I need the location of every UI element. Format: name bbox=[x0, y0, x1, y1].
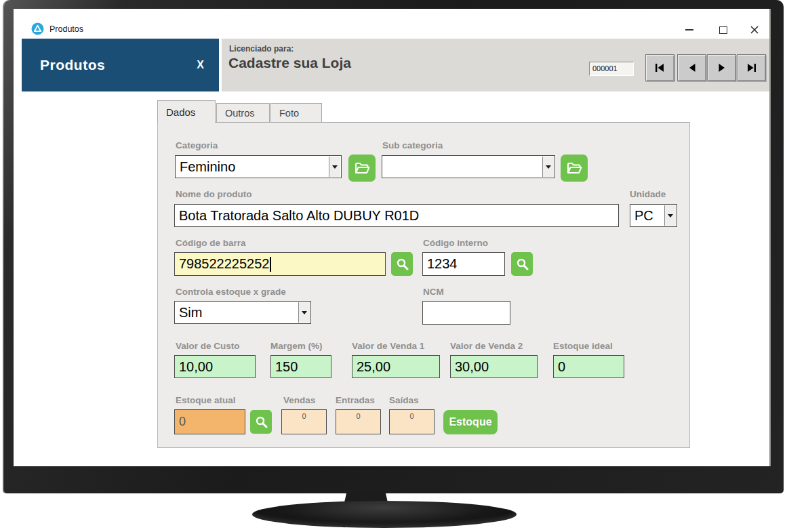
maximize-icon bbox=[719, 26, 727, 34]
chevron-down-icon bbox=[332, 165, 338, 169]
unidade-dropdown-button[interactable] bbox=[664, 205, 676, 226]
tab-outros-label: Outros bbox=[225, 108, 255, 119]
sub-categoria-label: Sub categoria bbox=[382, 140, 443, 150]
tab-foto[interactable]: Foto bbox=[270, 103, 322, 123]
folder-icon bbox=[567, 162, 582, 174]
sub-categoria-combobox[interactable] bbox=[382, 155, 555, 178]
codigo-barra-field[interactable]: 798522225252 bbox=[174, 252, 386, 276]
close-icon bbox=[750, 25, 759, 35]
maximize-button[interactable] bbox=[714, 22, 732, 37]
valor-venda2-label: Valor de Venda 2 bbox=[450, 341, 523, 351]
record-number-field[interactable]: 000001 bbox=[589, 62, 634, 76]
search-icon bbox=[516, 258, 529, 270]
vendas-label: Vendas bbox=[283, 395, 315, 405]
tab-outros[interactable]: Outros bbox=[216, 103, 270, 123]
categoria-combobox[interactable]: Feminino bbox=[175, 155, 342, 178]
estoque-button[interactable]: Estoque bbox=[443, 410, 498, 434]
unidade-label: Unidade bbox=[630, 189, 666, 199]
minimize-button[interactable] bbox=[681, 22, 698, 37]
module-header: Produtos X bbox=[22, 39, 219, 91]
unidade-value: PC bbox=[634, 208, 653, 224]
tab-foto-label: Foto bbox=[279, 108, 299, 119]
tab-dados[interactable]: Dados bbox=[157, 100, 216, 123]
controla-estoque-label: Controla estoque x grade bbox=[176, 287, 286, 297]
unidade-combobox[interactable]: PC bbox=[630, 204, 677, 227]
nome-produto-label: Nome do produto bbox=[176, 189, 251, 199]
ncm-label: NCM bbox=[423, 287, 444, 297]
nav-next-button[interactable] bbox=[707, 54, 736, 81]
licensed-name: Cadastre sua Loja bbox=[228, 55, 351, 71]
monitor-stand-base bbox=[252, 501, 517, 528]
licensed-for-label: Licenciado para: bbox=[229, 44, 294, 54]
controla-estoque-value: Sim bbox=[179, 305, 202, 321]
entradas-label: Entradas bbox=[336, 395, 375, 405]
categoria-dropdown-button[interactable] bbox=[329, 157, 340, 177]
valor-custo-label: Valor de Custo bbox=[176, 341, 240, 351]
valor-venda1-field[interactable]: 25,00 bbox=[352, 355, 440, 378]
ncm-field[interactable] bbox=[422, 301, 510, 325]
valor-venda1-label: Valor de Venda 1 bbox=[352, 341, 424, 351]
nav-last-button[interactable] bbox=[737, 54, 766, 81]
dados-tab-panel: Categoria Feminino Sub categoria bbox=[157, 122, 690, 448]
codigo-interno-search-button[interactable] bbox=[511, 252, 533, 276]
app-icon bbox=[31, 22, 44, 35]
vendas-field[interactable]: 0 bbox=[281, 409, 327, 434]
module-title: Produtos bbox=[40, 57, 105, 73]
text-caret bbox=[270, 257, 271, 272]
chevron-down-icon bbox=[302, 311, 307, 314]
codigo-barra-value: 798522225252 bbox=[179, 256, 269, 272]
nav-previous-button[interactable] bbox=[677, 54, 706, 81]
search-icon bbox=[255, 415, 268, 428]
app-window: Produtos Produtos X Licenciado para: Cad… bbox=[14, 9, 771, 466]
tab-dados-label: Dados bbox=[166, 106, 195, 118]
window-title: Produtos bbox=[49, 24, 83, 34]
nav-next-icon bbox=[718, 63, 726, 73]
controla-estoque-combobox[interactable]: Sim bbox=[174, 301, 311, 324]
sub-categoria-dropdown-button[interactable] bbox=[542, 157, 554, 177]
estoque-atual-field[interactable]: 0 bbox=[174, 409, 245, 434]
categoria-value: Feminino bbox=[180, 159, 235, 175]
folder-icon bbox=[355, 162, 370, 174]
nome-produto-field[interactable]: Bota Tratorada Salto Alto DUBUY R01D bbox=[174, 204, 619, 227]
estoque-atual-search-button[interactable] bbox=[250, 410, 272, 434]
nav-previous-icon bbox=[688, 63, 696, 73]
sub-categoria-folder-button[interactable] bbox=[561, 155, 588, 182]
nav-last-icon bbox=[746, 63, 756, 73]
estoque-ideal-field[interactable]: 0 bbox=[553, 355, 624, 378]
estoque-ideal-label: Estoque ideal bbox=[553, 341, 613, 351]
codigo-barra-search-button[interactable] bbox=[391, 252, 413, 276]
categoria-label: Categoria bbox=[176, 140, 218, 150]
codigo-barra-label: Código de barra bbox=[176, 238, 246, 248]
valor-custo-field[interactable]: 10,00 bbox=[174, 355, 256, 378]
chevron-down-icon bbox=[546, 165, 551, 169]
estoque-atual-label: Estoque atual bbox=[176, 395, 236, 405]
chevron-down-icon bbox=[668, 214, 673, 218]
nav-first-icon bbox=[655, 63, 665, 73]
nav-first-button[interactable] bbox=[645, 54, 674, 81]
valor-venda2-field[interactable]: 30,00 bbox=[450, 355, 538, 378]
categoria-folder-button[interactable] bbox=[348, 155, 376, 182]
saidas-field[interactable]: 0 bbox=[389, 409, 435, 434]
search-icon bbox=[396, 258, 409, 270]
minimize-icon bbox=[685, 29, 693, 30]
entradas-field[interactable]: 0 bbox=[336, 409, 381, 434]
codigo-interno-label: Código interno bbox=[423, 238, 488, 248]
controla-estoque-dropdown-button[interactable] bbox=[298, 302, 310, 323]
close-button[interactable] bbox=[746, 22, 763, 37]
codigo-interno-field[interactable]: 1234 bbox=[422, 252, 505, 276]
module-close-button[interactable]: X bbox=[197, 59, 204, 71]
saidas-label: Saídas bbox=[389, 395, 419, 405]
margem-label: Margem (%) bbox=[270, 341, 323, 351]
margem-field[interactable]: 150 bbox=[270, 355, 331, 378]
